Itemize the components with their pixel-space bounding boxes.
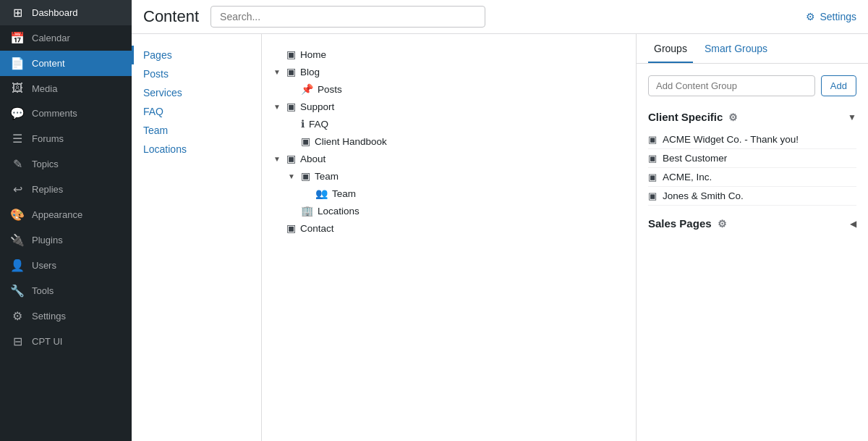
sidebar-item-label-dashboard: Dashboard: [32, 7, 78, 18]
tree-item-support-faq[interactable]: ℹFAQ: [273, 115, 624, 133]
tree-icon-blog-posts: 📌: [301, 83, 313, 95]
add-group-button[interactable]: Add: [821, 75, 856, 96]
sidebar-item-calendar[interactable]: 📅Calendar: [0, 25, 132, 51]
calendar-icon: 📅: [10, 31, 25, 45]
tree-item-home[interactable]: ▣Home: [273, 46, 624, 63]
tree-icon-blog: ▣: [286, 66, 296, 77]
tree-label-support-faq: FAQ: [309, 119, 328, 130]
tree-label-home: Home: [300, 49, 326, 60]
sidebar-item-media[interactable]: 🖼Media: [0, 76, 132, 101]
nav-item-team[interactable]: Team: [132, 121, 261, 140]
tree-label-about: About: [300, 154, 326, 164]
sidebar-item-label-replies: Replies: [32, 184, 63, 195]
nav-item-faq[interactable]: FAQ: [132, 102, 261, 121]
sidebar-item-replies[interactable]: ↩Replies: [0, 177, 132, 202]
sidebar-item-appearance[interactable]: 🎨Appearance: [0, 202, 132, 227]
tree-item-contact[interactable]: ▣Contact: [273, 219, 624, 237]
sidebar-item-plugins[interactable]: 🔌Plugins: [0, 227, 132, 253]
group-section-header-client-specific: Client Specific⚙▼: [648, 111, 856, 123]
page-title: Content: [143, 7, 199, 26]
cpt-ui-icon: ⊟: [10, 335, 25, 348]
group-item-acme-inc[interactable]: ▣ACME, Inc.: [648, 168, 856, 187]
sidebar-item-label-tools: Tools: [32, 285, 54, 296]
tree-icon-support-faq: ℹ: [301, 118, 305, 130]
tree-label-about-team: Team: [315, 171, 339, 182]
sidebar-item-label-plugins: Plugins: [32, 235, 63, 245]
forums-icon: ☰: [10, 132, 25, 146]
group-section-toggle-sales-pages[interactable]: ◀: [850, 219, 856, 229]
tree-panel: ▣Home▼▣Blog📌Posts▼▣SupportℹFAQ▣Client Ha…: [262, 34, 637, 441]
sidebar-item-label-topics: Topics: [32, 159, 59, 169]
group-section-gear-client-specific[interactable]: ⚙: [728, 112, 738, 123]
add-group-input[interactable]: [648, 75, 815, 96]
sidebar-item-label-media: Media: [32, 83, 57, 94]
settings-label: Settings: [820, 11, 856, 22]
search-input[interactable]: [210, 6, 485, 28]
tree-item-support[interactable]: ▼▣Support: [273, 98, 624, 115]
plugins-icon: 🔌: [10, 233, 25, 247]
groups-panel: GroupsSmart Groups Add Client Specific⚙▼…: [637, 34, 868, 441]
sidebar-item-forums[interactable]: ☰Forums: [0, 126, 132, 151]
nav-item-pages[interactable]: Pages: [132, 46, 261, 64]
tree-icon-support-handbook: ▣: [301, 135, 310, 147]
sidebar-item-label-users: Users: [32, 260, 56, 271]
tree-label-contact: Contact: [300, 223, 334, 234]
settings-link[interactable]: ⚙ Settings: [806, 11, 856, 22]
sidebar-item-label-comments: Comments: [32, 108, 77, 119]
toggle-about-team[interactable]: ▼: [288, 172, 297, 180]
tree-label-about-team-team: Team: [332, 188, 356, 199]
users-icon: 👤: [10, 259, 25, 272]
groups-tabs: GroupsSmart Groups: [637, 34, 868, 64]
groups-tab-smart-groups[interactable]: Smart Groups: [699, 34, 773, 63]
content-body: PagesPostsServicesFAQTeamLocations ▣Home…: [132, 34, 868, 441]
header: Content ⚙ Settings: [132, 0, 868, 34]
group-item-acme-widget[interactable]: ▣ACME Widget Co. - Thank you!: [648, 130, 856, 149]
tree-item-blog[interactable]: ▼▣Blog: [273, 63, 624, 80]
sidebar-item-settings[interactable]: ⚙Settings: [0, 303, 132, 329]
tools-icon: 🔧: [10, 284, 25, 298]
group-item-label-jones-smith: Jones & Smith Co.: [663, 190, 744, 201]
group-section-toggle-client-specific[interactable]: ▼: [848, 112, 856, 122]
sidebar-item-dashboard[interactable]: ⊞Dashboard: [0, 0, 132, 25]
tree-item-blog-posts[interactable]: 📌Posts: [273, 80, 624, 98]
tree-icon-about: ▣: [286, 153, 296, 164]
appearance-icon: 🎨: [10, 208, 25, 222]
groups-tab-groups[interactable]: Groups: [648, 34, 693, 63]
tree-icon-about-team-team: 👥: [315, 188, 328, 199]
nav-item-services[interactable]: Services: [132, 83, 261, 102]
gear-icon: ⚙: [806, 11, 815, 22]
toggle-about[interactable]: ▼: [273, 155, 282, 163]
sidebar-item-tools[interactable]: 🔧Tools: [0, 278, 132, 303]
nav-item-posts[interactable]: Posts: [132, 64, 261, 83]
comments-icon: 💬: [10, 106, 25, 120]
group-section-client-specific: Client Specific⚙▼▣ACME Widget Co. - Than…: [648, 111, 856, 206]
sidebar-item-topics[interactable]: ✎Topics: [0, 151, 132, 177]
replies-icon: ↩: [10, 182, 25, 196]
tree-icon-home: ▣: [286, 49, 296, 60]
sidebar-item-label-content: Content: [32, 58, 65, 69]
sidebar-item-comments[interactable]: 💬Comments: [0, 101, 132, 126]
sidebar-item-cpt-ui[interactable]: ⊟CPT UI: [0, 329, 132, 354]
group-section-gear-sales-pages[interactable]: ⚙: [718, 218, 727, 230]
toggle-blog[interactable]: ▼: [273, 68, 282, 76]
nav-item-locations[interactable]: Locations: [132, 140, 261, 159]
topics-icon: ✎: [10, 157, 25, 171]
group-item-icon-best-customer: ▣: [648, 153, 657, 164]
group-item-icon-jones-smith: ▣: [648, 190, 657, 201]
tree-item-about-team[interactable]: ▼▣Team: [273, 167, 624, 185]
toggle-support[interactable]: ▼: [273, 103, 282, 111]
tree-item-about-locations[interactable]: 🏢Locations: [273, 202, 624, 219]
group-item-best-customer[interactable]: ▣Best Customer: [648, 149, 856, 168]
group-section-title-client-specific: Client Specific⚙: [648, 111, 738, 123]
media-icon: 🖼: [10, 82, 25, 95]
group-item-jones-smith[interactable]: ▣Jones & Smith Co.: [648, 187, 856, 206]
sidebar-item-content[interactable]: 📄Content: [0, 51, 132, 76]
tree-item-about[interactable]: ▼▣About: [273, 150, 624, 167]
groups-sections: Client Specific⚙▼▣ACME Widget Co. - Than…: [648, 111, 856, 230]
dashboard-icon: ⊞: [10, 6, 25, 20]
tree-icon-about-locations: 🏢: [301, 205, 313, 217]
sidebar-item-users[interactable]: 👤Users: [0, 253, 132, 278]
tree-item-about-team-team[interactable]: 👥Team: [273, 185, 624, 202]
group-section-title-text-client-specific: Client Specific: [648, 111, 723, 123]
tree-item-support-handbook[interactable]: ▣Client Handbook: [273, 133, 624, 150]
